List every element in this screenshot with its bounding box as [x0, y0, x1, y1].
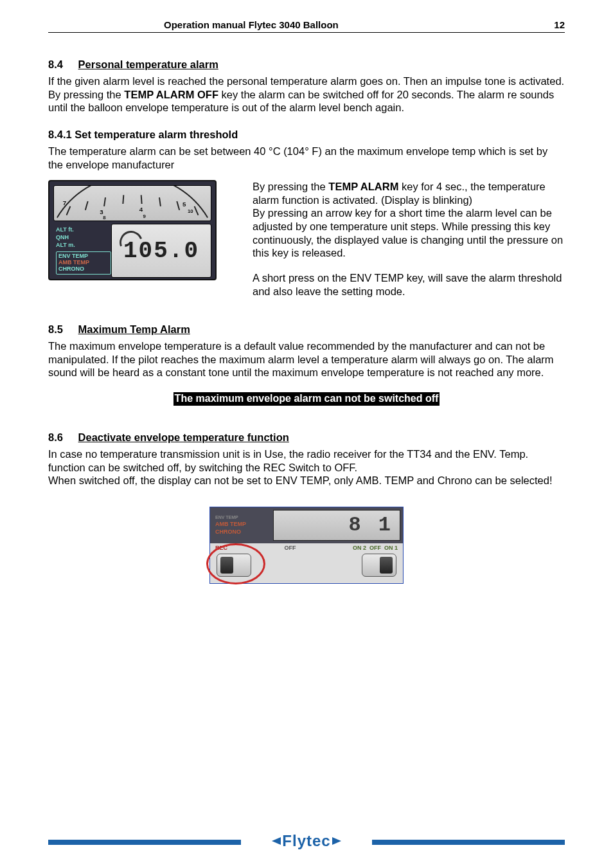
triangle-left-icon	[272, 837, 281, 845]
label-b-env: ENV TEMP	[215, 515, 273, 520]
device-a-illustration: 7 3 8 4 9 5 10 ALT ft. QNH	[48, 180, 217, 280]
gauge-4: 4	[139, 206, 143, 213]
para-8-6-1: In case no temperature transmission unit…	[48, 448, 565, 474]
svg-line-1	[85, 201, 88, 210]
svg-line-6	[177, 201, 179, 210]
device-a-lcd: 105.0	[111, 224, 211, 278]
gauge-3: 3	[100, 208, 103, 215]
para-8-4-bold: TEMP ALARM OFF	[124, 89, 218, 100]
r1a: By pressing the	[253, 181, 328, 192]
label-alt-ft: ALT ft.	[56, 227, 111, 233]
para-8-6-2: When switched off, the display can not b…	[48, 474, 565, 487]
label-b-amb: AMB TEMP	[215, 521, 273, 527]
svg-line-7	[195, 206, 199, 215]
footer-logo: Flytec	[48, 832, 565, 850]
device-b-labels: ENV TEMP AMB TEMP CHRONO	[210, 507, 273, 543]
svg-line-4	[141, 195, 142, 204]
footer: Flytec	[48, 835, 565, 849]
device-a-labels: ALT ft. QNH ALT m. ENV TEMP AMB TEMP CHR…	[53, 224, 111, 278]
heading-8-4-1: 8.4.1 Set temperature alarm threshold	[48, 129, 565, 141]
label-on2: ON 2	[353, 545, 366, 551]
highlight-max-alarm: The maximum envelope alarm can not be sw…	[173, 392, 440, 406]
svg-line-2	[104, 197, 105, 206]
triangle-right-icon	[332, 837, 341, 845]
heading-8-4-num: 8.4	[48, 59, 75, 71]
label-off-2: OFF	[369, 545, 381, 551]
heading-8-5: 8.5 Maximum Temp Alarm	[48, 323, 565, 336]
heading-8-4-title: Personal temperature alarm	[78, 59, 218, 70]
para-8-4-1: The temperature alarm can be set between…	[48, 145, 565, 171]
svg-line-0	[67, 206, 71, 215]
heading-8-6-num: 8.6	[48, 431, 75, 444]
gauge-10: 10	[188, 208, 193, 214]
r1bold: TEMP ALARM	[328, 181, 398, 192]
gauge-8: 8	[103, 215, 106, 221]
label-on1: ON 1	[384, 545, 398, 551]
gauge-9: 9	[143, 214, 147, 220]
label-alt-m: ALT m.	[56, 242, 111, 249]
para-8-4: If the given alarm level is reached the …	[48, 75, 565, 114]
label-off-1: OFF	[284, 545, 296, 551]
device-b-illustration: ENV TEMP AMB TEMP CHRONO 8 1 REC OFF ON …	[209, 507, 404, 584]
label-rec: REC	[215, 545, 227, 551]
para-8-4-1-r2: By pressing an arrow key for a short tim…	[253, 206, 565, 260]
heading-8-5-num: 8.5	[48, 323, 75, 336]
gauge-scale-icon: 7 3 8 4 9 5 10	[54, 186, 211, 221]
switch-rec	[217, 554, 251, 577]
page-number: 12	[554, 19, 565, 30]
page-header: Operation manual Flytec 3040 Balloon 12	[48, 19, 565, 33]
heading-8-4: 8.4 Personal temperature alarm	[48, 59, 565, 71]
footer-brand: Flytec	[282, 832, 330, 849]
heading-8-6: 8.6 Deactivate envelope temperature func…	[48, 431, 565, 444]
device-b-lcd: 8 1	[273, 510, 400, 541]
para-8-4-1-r1: By pressing the TEMP ALARM key for 4 sec…	[253, 180, 565, 206]
device-a-gauge: 7 3 8 4 9 5 10	[53, 185, 211, 221]
device-b-value: 8 1	[348, 513, 393, 537]
svg-line-3	[123, 195, 123, 204]
heading-8-5-title: Maximum Temp Alarm	[78, 323, 190, 335]
device-b-switches	[210, 551, 403, 583]
device-b-switch-labels: REC OFF ON 2 OFF ON 1	[210, 543, 403, 551]
label-b-chrono: CHRONO	[215, 529, 273, 535]
label-chrono: CHRONO	[58, 266, 109, 273]
gauge-5: 5	[182, 201, 186, 208]
gauge-7: 7	[63, 199, 66, 206]
svg-line-5	[159, 197, 161, 206]
header-title: Operation manual Flytec 3040 Balloon	[48, 19, 339, 30]
label-qnh: QNH	[56, 235, 111, 241]
heading-8-6-title: Deactivate envelope temperature function	[78, 431, 289, 443]
switch-mode	[362, 554, 396, 577]
para-8-4-1-r3: A short press on the ENV TEMP key, will …	[253, 271, 565, 298]
para-8-5: The maximum envelope temperature is a de…	[48, 339, 565, 379]
